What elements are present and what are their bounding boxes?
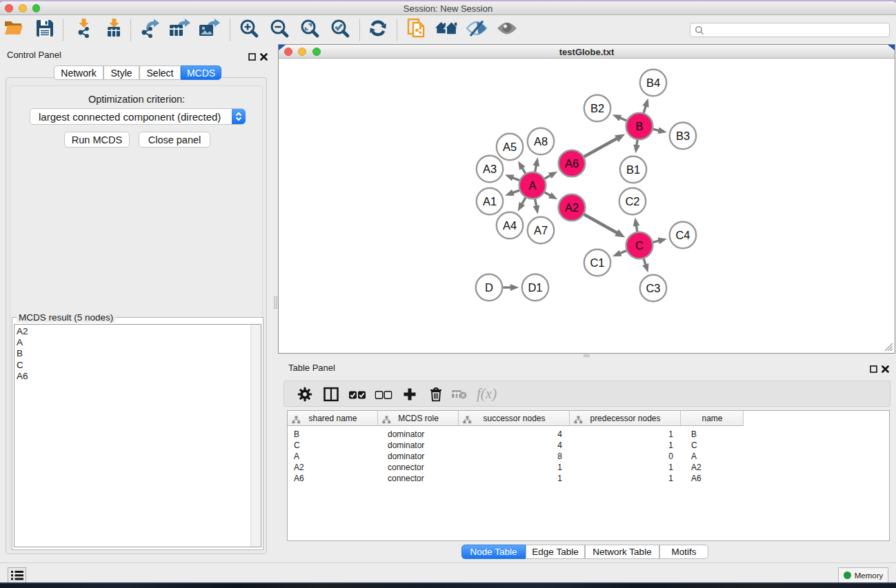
svg-text:A7: A7 [534,224,548,236]
svg-text:A5: A5 [503,141,517,153]
svg-text:D: D [485,281,493,294]
svg-text:D1: D1 [528,281,542,294]
svg-text:B3: B3 [676,130,690,142]
svg-text:B1: B1 [626,163,640,176]
svg-text:C2: C2 [625,195,639,207]
svg-text:C4: C4 [675,229,690,241]
svg-text:B: B [635,120,643,132]
svg-text:C: C [635,239,644,252]
svg-text:C1: C1 [590,256,604,269]
svg-text:A: A [528,179,536,192]
svg-text:A8: A8 [534,135,548,148]
svg-text:A2: A2 [565,201,579,214]
svg-text:A4: A4 [503,219,517,232]
svg-text:A3: A3 [483,163,497,175]
svg-text:A6: A6 [565,157,579,170]
svg-text:A1: A1 [483,195,497,207]
svg-text:C3: C3 [646,282,660,294]
svg-text:B2: B2 [590,102,604,114]
svg-text:B4: B4 [646,77,660,89]
